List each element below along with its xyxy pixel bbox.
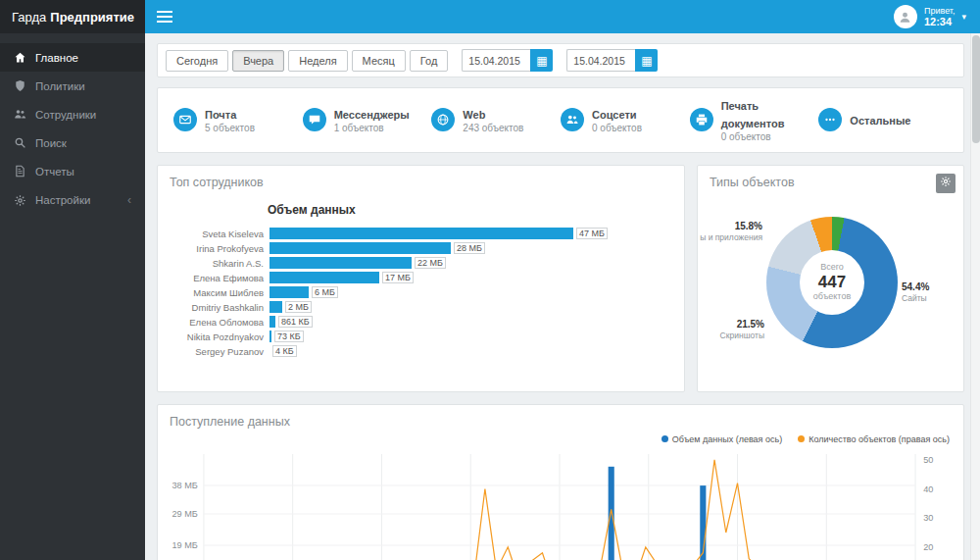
bar-row: Елена Обломова861 КБ bbox=[170, 315, 672, 330]
legend-label: Объем данных (левая ось) bbox=[672, 434, 782, 444]
stat-dots[interactable]: Остальные bbox=[818, 108, 948, 131]
sidebar-item-search[interactable]: Поиск bbox=[0, 128, 145, 157]
bar-row: Елена Ефимова17 МБ bbox=[170, 271, 672, 285]
date-to-calendar-button[interactable]: ▦ bbox=[635, 49, 658, 72]
printer-icon bbox=[690, 108, 713, 131]
donut-center-units: объектов bbox=[813, 291, 851, 301]
greeting-text: Привет, bbox=[924, 6, 956, 16]
sidebar-item-home[interactable]: Главное bbox=[0, 43, 145, 72]
sidebar-item-gear[interactable]: Настройки‹ bbox=[0, 185, 145, 215]
stat-label: Почта bbox=[205, 109, 236, 121]
bar-row: Dmitriy Bashkalin2 МБ bbox=[170, 300, 672, 315]
range-button[interactable]: Месяц bbox=[352, 50, 406, 72]
stat-label: Web bbox=[463, 109, 485, 121]
panel-settings-button[interactable] bbox=[936, 174, 956, 193]
menu-toggle-button[interactable] bbox=[157, 6, 182, 27]
bar-value: 4 КБ bbox=[272, 345, 297, 357]
scrollbar[interactable] bbox=[970, 33, 980, 560]
bar-value: 47 МБ bbox=[576, 228, 608, 239]
donut-center-label: Всего bbox=[820, 262, 844, 272]
range-button[interactable]: Сегодня bbox=[166, 50, 228, 72]
bar-label: Sveta Kiseleva bbox=[170, 229, 270, 239]
legend-dot-icon bbox=[662, 435, 668, 442]
employees-bar-chart: Sveta Kiseleva47 МБIrina Prokofyeva28 МБ… bbox=[158, 227, 684, 359]
bar bbox=[270, 272, 379, 283]
date-from-input[interactable] bbox=[462, 49, 530, 72]
svg-text:30: 30 bbox=[923, 513, 933, 523]
donut-chart-area: Всего 447 объектов 15.8% ы и приложения … bbox=[698, 195, 963, 382]
gear-icon bbox=[940, 176, 952, 190]
home-icon bbox=[14, 51, 26, 64]
shield-icon bbox=[14, 79, 26, 92]
sidebar-item-label: Отчеты bbox=[35, 166, 74, 178]
panel-title: Поступление данных bbox=[158, 405, 963, 434]
scrollbar-thumb[interactable] bbox=[972, 35, 980, 143]
bar-row: Nikita Pozdnyakov73 КБ bbox=[170, 330, 672, 344]
bar bbox=[270, 331, 271, 342]
bar bbox=[270, 286, 309, 298]
bar bbox=[270, 316, 275, 328]
date-from-group: ▦ bbox=[462, 49, 553, 72]
stat-label: Печать документов bbox=[721, 100, 785, 129]
filter-bar: СегодняВчераНеделяМесяцГод ▦ ▦ bbox=[157, 43, 964, 77]
bar-label: Sergey Puzanov bbox=[170, 346, 270, 357]
report-icon bbox=[14, 165, 26, 178]
chat-icon bbox=[303, 108, 326, 131]
panel-row: Топ сотрудников Объем данных Sveta Kisel… bbox=[157, 165, 964, 392]
stat-count: 243 объектов bbox=[463, 123, 523, 135]
range-button[interactable]: Неделя bbox=[288, 50, 347, 72]
data-flow-chart: 38 МБ29 МБ19 МБ10 МБ0 байт5040302010 bbox=[158, 448, 963, 560]
sidebar-item-users[interactable]: Сотрудники bbox=[0, 100, 145, 128]
bar-label: Shkarin A.S. bbox=[170, 258, 270, 269]
range-button[interactable]: Вчера bbox=[232, 50, 284, 72]
stat-printer[interactable]: Печать документов0 объектов bbox=[690, 96, 819, 144]
stat-count: 0 объектов bbox=[592, 123, 642, 135]
sidebar-item-label: Политики bbox=[35, 80, 85, 92]
bar-value: 6 МБ bbox=[312, 286, 338, 298]
chart-title: Объем данных bbox=[268, 203, 684, 217]
bar-value: 17 МБ bbox=[382, 272, 414, 283]
sidebar-nav: ГлавноеПолитикиСотрудникиПоискОтчетыНаст… bbox=[0, 33, 145, 560]
stat-people[interactable]: Соцсети0 объектов bbox=[561, 105, 690, 135]
range-buttons: СегодняВчераНеделяМесяцГод bbox=[166, 50, 448, 72]
app-logo: Гарда Предприятие bbox=[0, 0, 145, 33]
bar-row: Irina Prokofyeva28 МБ bbox=[170, 241, 672, 256]
stat-chat[interactable]: Мессенджеры1 объектов bbox=[303, 105, 432, 135]
svg-text:20: 20 bbox=[923, 541, 933, 551]
bar-value: 73 КБ bbox=[274, 331, 304, 342]
legend-item[interactable]: Объем данных (левая ось) bbox=[662, 434, 782, 444]
stat-label: Остальные bbox=[850, 115, 910, 127]
range-button[interactable]: Год bbox=[410, 50, 449, 72]
legend-item[interactable]: Количество объектов (правая ось) bbox=[798, 434, 950, 444]
calendar-icon: ▦ bbox=[536, 54, 547, 68]
stat-count: 1 объектов bbox=[334, 123, 410, 135]
brand-bold: Предприятие bbox=[50, 10, 134, 25]
chevron-down-icon: ▾ bbox=[961, 12, 966, 22]
bar-row: Sveta Kiseleva47 МБ bbox=[170, 227, 672, 241]
bar-label: Dmitriy Bashkalin bbox=[170, 302, 270, 313]
legend-dot-icon bbox=[798, 435, 805, 442]
mail-icon bbox=[173, 108, 197, 131]
main-content: СегодняВчераНеделяМесяцГод ▦ ▦ Почта5 об… bbox=[145, 33, 970, 560]
chevron-left-icon: ‹ bbox=[127, 193, 131, 207]
stat-count: 0 объектов bbox=[721, 131, 819, 144]
date-to-group: ▦ bbox=[566, 49, 658, 72]
stat-label: Мессенджеры bbox=[334, 109, 410, 121]
users-icon bbox=[14, 108, 26, 121]
panel-title: Типы объектов bbox=[698, 166, 963, 195]
sidebar-item-report[interactable]: Отчеты bbox=[0, 157, 145, 185]
bar-label: Максим Шиблев bbox=[170, 287, 270, 298]
user-menu[interactable]: Привет, 12:34 ▾ bbox=[894, 5, 966, 28]
object-types-donut: Всего 447 объектов bbox=[766, 217, 898, 348]
sidebar-item-shield[interactable]: Политики bbox=[0, 72, 145, 100]
stat-mail[interactable]: Почта5 объектов bbox=[173, 105, 303, 135]
object-types-panel: Типы объектов Всего 447 объектов 15.8% ы… bbox=[697, 165, 964, 392]
bar-label: Елена Обломова bbox=[170, 317, 270, 328]
stat-globe[interactable]: Web243 объектов bbox=[431, 105, 561, 135]
people-icon bbox=[561, 108, 584, 131]
bar-value: 22 МБ bbox=[415, 257, 446, 269]
date-from-calendar-button[interactable]: ▦ bbox=[530, 49, 553, 72]
bar-row: Shkarin A.S.22 МБ bbox=[170, 256, 672, 271]
stats-bar: Почта5 объектовМессенджеры1 объектовWeb2… bbox=[157, 87, 964, 153]
date-to-input[interactable] bbox=[566, 49, 635, 72]
